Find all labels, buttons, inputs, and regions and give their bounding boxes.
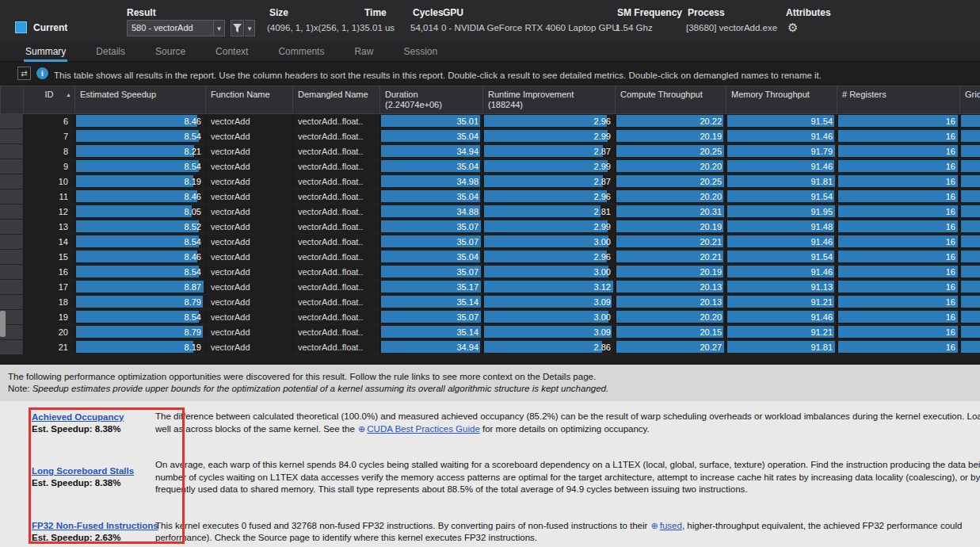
- tab-comments[interactable]: Comments: [276, 41, 326, 62]
- data-bar: [961, 160, 980, 172]
- table-row[interactable]: 78.54vectorAddvectorAdd..float..35.042.9…: [0, 129, 980, 144]
- rule-text-line: The difference between calculated theore…: [155, 411, 980, 423]
- cell-value: 35.04: [456, 192, 479, 201]
- cell-demangled[interactable]: vectorAdd..float..: [293, 295, 380, 310]
- cell-demangled[interactable]: vectorAdd..float..: [293, 310, 380, 325]
- row-selector[interactable]: [0, 129, 24, 144]
- tab-source[interactable]: Source: [154, 41, 187, 62]
- cell-demangled[interactable]: vectorAdd..float..: [293, 189, 380, 205]
- rule-speedup: Est. Speedup: 8.38%: [32, 476, 155, 489]
- table-row[interactable]: 188.79vectorAddvectorAdd..float..35.143.…: [0, 295, 980, 310]
- row-selector[interactable]: [0, 144, 24, 159]
- column-header-duration[interactable]: Duration(2.24074e+06): [380, 86, 483, 114]
- cell-demangled[interactable]: vectorAdd..float..: [293, 220, 380, 235]
- row-selector[interactable]: [0, 189, 24, 205]
- table-row[interactable]: 178.87vectorAddvectorAdd..float..35.173.…: [0, 280, 980, 295]
- row-selector[interactable]: [0, 235, 24, 250]
- cell-demangled[interactable]: vectorAdd..float..: [293, 280, 380, 295]
- table-row[interactable]: 198.54vectorAddvectorAdd..float..35.073.…: [0, 310, 980, 325]
- row-selector[interactable]: [0, 265, 24, 280]
- cell-demangled[interactable]: vectorAdd..float..: [293, 250, 380, 265]
- cell-duration: 35.04: [380, 129, 483, 144]
- result-dropdown[interactable]: 580 - vectorAdd: [127, 20, 214, 36]
- inline-link[interactable]: fused: [660, 521, 682, 530]
- inline-link[interactable]: CUDA Best Practices Guide: [367, 424, 480, 434]
- column-header-demangled[interactable]: Demangled Name: [293, 86, 380, 114]
- rules-list: Achieved OccupancyEst. Speedup: 8.38%The…: [0, 401, 980, 547]
- tab-summary[interactable]: Summary: [24, 41, 67, 62]
- cell-demangled[interactable]: vectorAdd..float..: [293, 174, 380, 189]
- column-header-function[interactable]: Function Name: [206, 86, 293, 114]
- cell-memory: 91.46: [726, 159, 837, 174]
- filter-dropdown-arrow[interactable]: ▾: [245, 20, 255, 36]
- cell-duration: 34.94: [380, 144, 483, 159]
- column-header-speedup[interactable]: Estimated Speedup: [75, 86, 206, 114]
- cell-value: 2.96: [594, 252, 611, 262]
- row-selector[interactable]: [0, 280, 24, 295]
- data-bar: [838, 115, 958, 127]
- table-row[interactable]: 108.19vectorAddvectorAdd..float..34.982.…: [0, 174, 980, 189]
- table-row[interactable]: 208.79vectorAddvectorAdd..float..35.143.…: [0, 325, 980, 340]
- cell-value: 35.07: [456, 267, 479, 277]
- column-header-runtime[interactable]: Runtime Improvement(188244): [483, 86, 616, 114]
- rule-link[interactable]: FP32 Non-Fused Instructions: [32, 520, 155, 531]
- vertical-scrollbar-thumb[interactable]: [0, 311, 6, 337]
- cell-demangled[interactable]: vectorAdd..float..: [293, 265, 380, 280]
- table-row[interactable]: 218.19vectorAddvectorAdd..float..34.942.…: [0, 340, 980, 355]
- text-segment: frequently used data to shared memory. T…: [155, 484, 748, 494]
- row-selector[interactable]: [0, 174, 24, 189]
- cell-registers: 16: [837, 295, 960, 310]
- cell-value: 8.46: [185, 252, 201, 262]
- table-row[interactable]: 138.52vectorAddvectorAdd..float..35.072.…: [0, 220, 980, 235]
- table-row[interactable]: 148.54vectorAddvectorAdd..float..35.073.…: [0, 235, 980, 250]
- column-header-compute[interactable]: Compute Throughput: [616, 86, 726, 114]
- cell-demangled[interactable]: vectorAdd..float..: [293, 325, 380, 340]
- cell-speedup: 8.46: [75, 189, 206, 205]
- cell-demangled[interactable]: vectorAdd..float..: [293, 114, 380, 129]
- table-row[interactable]: 118.46vectorAddvectorAdd..float..35.042.…: [0, 189, 980, 205]
- cell-value: 20.21: [700, 237, 722, 247]
- current-result-swatch[interactable]: [15, 21, 27, 33]
- row-selector[interactable]: [0, 295, 24, 310]
- rule-link[interactable]: Achieved Occupancy: [32, 411, 155, 423]
- cell-value: 16: [946, 207, 955, 216]
- column-header-registers[interactable]: # Registers: [837, 86, 960, 114]
- cell-compute: 20.31: [616, 205, 726, 220]
- table-row[interactable]: 128.05vectorAddvectorAdd..float..34.882.…: [0, 205, 980, 220]
- row-selector[interactable]: [0, 340, 24, 355]
- column-header-grid[interactable]: Grid Siz: [960, 86, 980, 114]
- cell-demangled[interactable]: vectorAdd..float..: [293, 340, 380, 355]
- swap-view-button[interactable]: ⇄: [17, 67, 31, 80]
- result-dropdown-arrow[interactable]: ▾: [213, 20, 225, 36]
- column-header-memory[interactable]: Memory Throughput: [726, 86, 837, 114]
- cell-demangled[interactable]: vectorAdd..float..: [293, 144, 380, 159]
- cell-speedup: 8.46: [75, 250, 206, 265]
- table-row[interactable]: 168.54vectorAddvectorAdd..float..35.073.…: [0, 265, 980, 280]
- data-bar: [838, 266, 958, 277]
- gear-icon[interactable]: ⚙: [787, 21, 798, 35]
- row-selector[interactable]: [0, 114, 24, 129]
- row-selector[interactable]: [0, 159, 24, 174]
- tab-bar: SummaryDetailsSourceContextCommentsRawSe…: [0, 41, 980, 62]
- cell-demangled[interactable]: vectorAdd..float..: [293, 159, 380, 174]
- tab-raw[interactable]: Raw: [353, 41, 375, 62]
- table-row[interactable]: 88.21vectorAddvectorAdd..float..34.942.8…: [0, 144, 980, 159]
- cell-demangled[interactable]: vectorAdd..float..: [293, 129, 380, 144]
- row-selector[interactable]: [0, 205, 24, 220]
- row-selector[interactable]: [0, 220, 24, 235]
- table-row[interactable]: 158.46vectorAddvectorAdd..float..35.042.…: [0, 250, 980, 265]
- table-row[interactable]: 68.46vectorAddvectorAdd..float..35.012.9…: [0, 114, 980, 129]
- cell-grid: [960, 235, 980, 250]
- tab-context[interactable]: Context: [214, 41, 250, 62]
- cell-grid: [960, 114, 980, 129]
- tab-details[interactable]: Details: [94, 41, 127, 62]
- row-selector[interactable]: [0, 250, 24, 265]
- tab-session[interactable]: Session: [402, 41, 439, 62]
- cell-demangled[interactable]: vectorAdd..float..: [293, 235, 380, 250]
- cell-demangled[interactable]: vectorAdd..float..: [293, 205, 380, 220]
- filter-button[interactable]: [231, 20, 244, 36]
- rule-link[interactable]: Long Scoreboard Stalls: [32, 465, 155, 476]
- rule-description: The difference between calculated theore…: [155, 411, 980, 435]
- column-header-id[interactable]: ID▲: [24, 86, 75, 114]
- table-row[interactable]: 98.54vectorAddvectorAdd..float..35.042.9…: [0, 159, 980, 174]
